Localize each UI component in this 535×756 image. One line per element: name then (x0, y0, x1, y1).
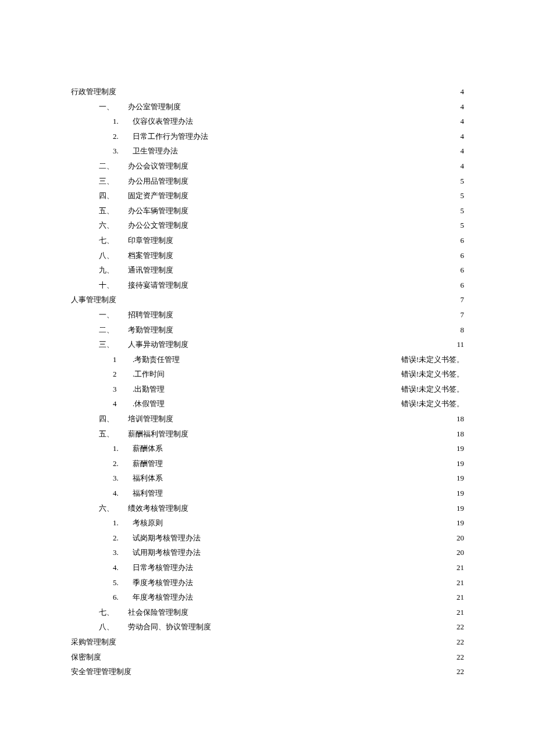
toc-label: 人事管理制度 (71, 292, 116, 307)
toc-label: 社会保险管理制度 (128, 605, 188, 620)
toc-marker: 三、 (99, 174, 128, 189)
toc-page-ref: 6 (459, 233, 465, 248)
toc-marker: 4. (113, 486, 133, 501)
toc-leader (163, 518, 455, 525)
toc-entry: 一、办公室管理制度 4 (71, 99, 464, 114)
toc-label: 仪容仪表管理办法 (133, 114, 193, 129)
toc-page-ref: 6 (459, 263, 465, 278)
toc-page-ref: 4 (459, 114, 465, 129)
toc-page-ref: 6 (459, 278, 465, 293)
toc-entry: 1.考核原则 19 (71, 515, 464, 531)
toc-entry: 六、办公公文管理制度 5 (71, 218, 464, 233)
toc-entry: 4.休假管理 错误!未定义书签。 (71, 396, 464, 411)
toc-entry: 七、印章管理制度 6 (71, 233, 464, 248)
toc-page-error: 错误!未定义书签。 (400, 382, 464, 397)
toc-entry: 6.年度考核管理办法 21 (71, 590, 464, 605)
toc-page-ref: 7 (459, 292, 465, 307)
toc-marker: 五、 (99, 203, 128, 218)
toc-page-ref: 4 (459, 129, 465, 144)
toc-leader (188, 220, 459, 228)
toc-marker: 5. (113, 575, 133, 590)
toc-entry: 采购管理制度 22 (71, 635, 464, 650)
toc-leader (116, 295, 459, 302)
toc-leader (188, 206, 459, 213)
toc-label: .工作时间 (133, 367, 165, 382)
toc-page-ref: 18 (455, 427, 464, 442)
toc-page-ref: 11 (455, 337, 464, 352)
toc-leader (173, 325, 459, 332)
toc-page-ref: 20 (455, 531, 464, 546)
toc-page-ref: 4 (459, 84, 465, 99)
toc-entry: 九、通讯管理制度 6 (71, 263, 464, 278)
toc-marker: 1. (113, 515, 133, 531)
toc-entry: 人事管理制度 7 (71, 292, 464, 307)
toc-leader (131, 667, 455, 674)
toc-marker: 3. (113, 144, 133, 159)
toc-page-error: 错误!未定义书签。 (400, 367, 464, 382)
toc-marker: 2. (113, 531, 133, 546)
toc-entry: 一、招聘管理制度 7 (71, 307, 464, 323)
toc-entry: 4.日常考核管理办法 21 (71, 560, 464, 575)
toc-entry: 十、接待宴请管理制度 6 (71, 278, 464, 293)
toc-marker: 四、 (99, 411, 128, 427)
toc-marker: 八、 (99, 619, 128, 635)
toc-label: 福利体系 (133, 471, 163, 486)
toc-page-ref: 21 (455, 560, 464, 575)
toc-label: 办公室管理制度 (128, 99, 181, 114)
toc-leader (173, 250, 459, 258)
toc-label: 劳动合同、协议管理制度 (128, 619, 211, 635)
toc-entry: 4.福利管理 19 (71, 486, 464, 501)
toc-page-ref: 8 (459, 323, 465, 338)
toc-label: 办公公文管理制度 (128, 218, 188, 233)
toc-leader (180, 354, 400, 362)
toc-label: 办公车辆管理制度 (128, 203, 188, 218)
toc-label: 薪酬福利管理制度 (128, 427, 188, 442)
toc-label: 培训管理制度 (128, 411, 173, 427)
toc-leader (188, 339, 455, 347)
toc-marker: 2 (113, 367, 133, 382)
toc-marker: 2. (113, 129, 133, 144)
toc-marker: 七、 (99, 605, 128, 620)
toc-label: 考勤管理制度 (128, 323, 173, 338)
toc-leader (173, 310, 459, 317)
toc-page-ref: 22 (455, 619, 464, 635)
toc-leader (193, 592, 455, 600)
toc-entry: 1.考勤责任管理 错误!未定义书签。 (71, 352, 464, 367)
toc-marker: 五、 (99, 427, 128, 442)
toc-page-ref: 19 (455, 501, 464, 516)
toc-label: .休假管理 (133, 396, 165, 411)
toc-page-error: 错误!未定义书签。 (400, 396, 464, 411)
toc-leader (165, 384, 400, 392)
toc-label: 考核原则 (133, 515, 163, 531)
toc-label: 绩效考核管理制度 (128, 501, 188, 516)
toc-page-ref: 4 (459, 159, 465, 174)
toc-entry: 七、社会保险管理制度 21 (71, 605, 464, 620)
toc-marker: 二、 (99, 159, 128, 174)
toc-marker: 6. (113, 590, 133, 605)
toc-leader (163, 473, 455, 481)
toc-label: 日常工作行为管理办法 (133, 129, 208, 144)
toc-marker: 一、 (99, 99, 128, 114)
toc-label: 福利管理 (133, 486, 163, 501)
toc-page-ref: 22 (455, 664, 464, 679)
toc-marker: 九、 (99, 263, 128, 278)
toc-leader (173, 414, 455, 421)
toc-entry: 六、绩效考核管理制度 19 (71, 501, 464, 516)
toc-label: 季度考核管理办法 (133, 575, 193, 590)
toc-leader (165, 399, 400, 406)
toc-marker: 四、 (99, 188, 128, 203)
toc-label: .出勤管理 (133, 382, 165, 397)
toc-marker: 十、 (99, 278, 128, 293)
toc-leader (193, 562, 455, 570)
toc-leader (188, 429, 455, 436)
toc-entry: 安全管理管理制度 22 (71, 664, 464, 679)
toc-page-ref: 5 (459, 218, 465, 233)
toc-page-ref: 19 (455, 441, 464, 456)
toc-label: 保密制度 (71, 650, 101, 665)
toc-marker: 4. (113, 560, 133, 575)
toc-marker: 六、 (99, 501, 128, 516)
toc-entry: 3.试用期考核管理办法 20 (71, 545, 464, 560)
document-page: 行政管理制度 4一、办公室管理制度 41.仪容仪表管理办法 42.日常工作行为管… (0, 0, 535, 756)
toc-page-ref: 7 (459, 307, 465, 323)
toc-label: 办公会议管理制度 (128, 159, 188, 174)
